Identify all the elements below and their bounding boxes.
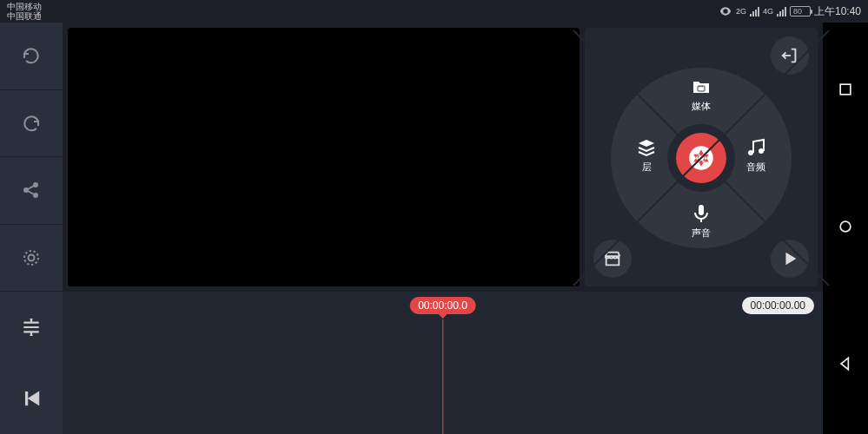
track-adjust-icon [20,316,43,339]
svg-point-3 [34,183,37,187]
status-bar: 中国移动 中国联通 2G 4G 80 上午10:40 [0,0,868,23]
carrier-1: 中国移动 [7,2,42,11]
undo-icon [21,45,42,66]
nav-home-button[interactable] [837,218,854,239]
go-to-start-button[interactable] [0,363,63,434]
wheel-voice-label: 声音 [692,227,711,240]
status-carriers: 中国移动 中国联通 [7,2,42,21]
net-2: 4G [763,7,773,16]
redo-icon [21,113,42,134]
wheel-capture-button[interactable] [676,133,726,183]
wheel-media-button[interactable]: 媒体 [671,76,732,113]
svg-rect-8 [699,86,700,87]
total-time: 00:00:00.00 [742,297,814,314]
svg-point-5 [29,254,35,260]
upper-row: 媒体 层 音频 声音 [0,23,823,292]
svg-rect-10 [699,205,704,215]
carrier-2: 中国联通 [7,11,42,21]
track-adjust-button[interactable] [0,292,63,363]
media-folder-icon [691,76,712,97]
share-button[interactable] [0,157,63,225]
wheel-voice-button[interactable]: 声音 [671,203,732,240]
battery-icon: 80 [790,6,811,16]
microphone-icon [691,203,712,224]
playhead-line[interactable] [442,319,444,434]
svg-rect-0 [840,84,851,95]
signal-1-icon [750,7,759,16]
nav-recents-button[interactable] [837,81,854,102]
video-editor-app: 媒体 层 音频 声音 [0,23,823,434]
action-wheel: 媒体 层 音频 声音 [611,68,792,248]
svg-rect-9 [702,86,703,87]
wheel-audio-label: 音频 [746,161,765,174]
playhead-time: 00:00:00.0 [409,297,476,314]
skip-previous-icon [20,387,43,410]
music-note-icon [745,137,766,158]
aperture-icon [688,145,714,171]
wheel-panel: 媒体 层 音频 声音 [585,28,818,286]
wheel-media-label: 媒体 [692,100,711,113]
nav-back-button[interactable] [837,355,854,376]
timeline[interactable]: 00:00:00.0 00:00:00.00 [63,292,823,434]
layers-icon [636,137,657,158]
eye-icon [719,4,732,18]
wheel-layer-label: 层 [642,161,652,174]
undo-button[interactable] [0,23,63,90]
svg-point-2 [24,188,28,192]
clock: 上午10:40 [814,4,861,19]
settings-button[interactable] [0,225,63,293]
lower-row: 00:00:00.0 00:00:00.00 [0,292,823,434]
svg-point-6 [24,251,38,265]
svg-point-4 [34,194,37,197]
android-nav-bar [823,23,868,434]
redo-button[interactable] [0,90,63,158]
timeline-left-toolbar [0,292,63,434]
video-preview[interactable] [68,28,580,286]
svg-point-1 [840,221,851,232]
signal-2-icon [777,7,786,16]
gear-icon [21,247,42,268]
share-icon [21,180,42,201]
left-toolbar [0,23,63,292]
net-1: 2G [736,7,746,16]
status-right: 2G 4G 80 上午10:40 [719,4,861,19]
